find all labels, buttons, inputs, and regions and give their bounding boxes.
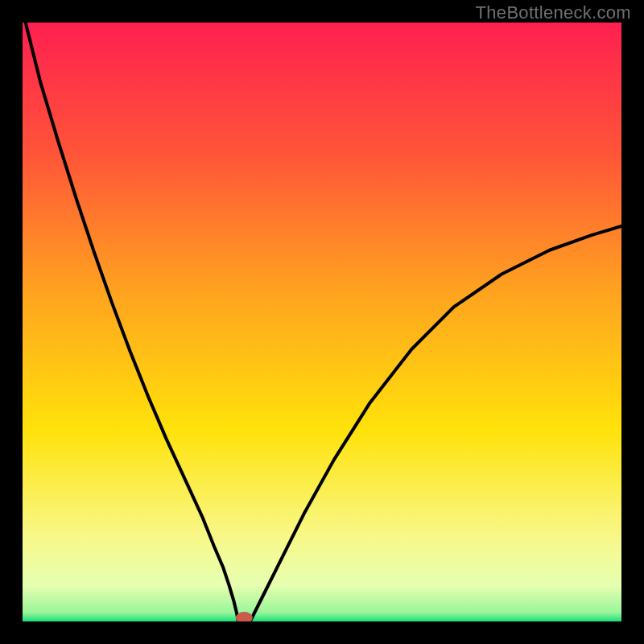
bottleneck-chart [23,23,621,621]
gradient-background [23,23,621,621]
chart-frame: TheBottleneck.com [0,0,644,644]
watermark-text: TheBottleneck.com [476,2,631,23]
